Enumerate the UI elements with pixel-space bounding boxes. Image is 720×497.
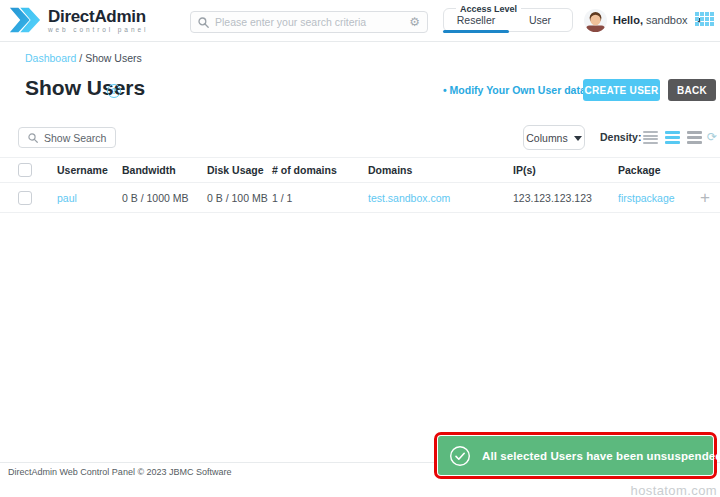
breadcrumb-dashboard[interactable]: Dashboard xyxy=(25,52,76,64)
success-toast: All selected Users have been unsuspended… xyxy=(438,436,713,475)
col-username[interactable]: Username xyxy=(57,164,122,176)
col-disk-usage[interactable]: Disk Usage xyxy=(207,164,272,176)
show-search-label: Show Search xyxy=(44,132,106,144)
directadmin-logo-icon xyxy=(8,5,42,35)
chevron-down-icon xyxy=(574,136,582,141)
user-menu[interactable]: Hello, sandbox xyxy=(613,14,703,26)
greeting-hello: Hello, xyxy=(613,14,643,26)
logo-text: DirectAdmin web control panel xyxy=(48,8,148,33)
cell-username[interactable]: paul xyxy=(57,192,122,204)
table-row: paul 0 B / 1000 MB 0 B / 100 MB 1 / 1 te… xyxy=(0,183,720,213)
logo-title: DirectAdmin xyxy=(48,8,148,26)
directadmin-logo[interactable]: DirectAdmin web control panel xyxy=(8,5,148,35)
col-package[interactable]: Package xyxy=(618,164,692,176)
breadcrumb-current: Show Users xyxy=(85,52,142,64)
footer-copyright: DirectAdmin Web Control Panel © 2023 JBM… xyxy=(8,467,232,477)
cell-disk-usage: 0 B / 100 MB xyxy=(207,192,272,204)
search-settings-gear-icon[interactable]: ⚙ xyxy=(409,16,420,28)
global-search: ⚙ xyxy=(190,11,428,33)
watermark: hostatom.com xyxy=(631,483,717,497)
check-circle-icon xyxy=(449,445,471,467)
logo-subtitle: web control panel xyxy=(48,26,148,33)
density-compact-icon[interactable] xyxy=(643,131,658,144)
col-domains[interactable]: Domains xyxy=(368,164,513,176)
search-icon xyxy=(28,133,38,143)
breadcrumb: Dashboard / Show Users xyxy=(25,52,142,64)
density-label: Density: xyxy=(600,131,641,143)
cell-domains[interactable]: test.sandbox.com xyxy=(368,192,513,204)
select-all-checkbox[interactable] xyxy=(18,163,32,177)
search-input[interactable] xyxy=(215,16,409,28)
page-title: Show Users xyxy=(25,76,145,100)
create-user-button[interactable]: CREATE USER xyxy=(583,79,660,101)
access-level-label: Access Level xyxy=(456,4,521,14)
columns-label: Columns xyxy=(526,132,567,144)
col-bandwidth[interactable]: Bandwidth xyxy=(122,164,207,176)
users-table: Username Bandwidth Disk Usage # of domai… xyxy=(0,157,720,213)
top-header: DirectAdmin web control panel ⚙ Access L… xyxy=(0,0,720,42)
row-expand-plus-icon[interactable]: + xyxy=(700,190,710,206)
col-ips[interactable]: IP(s) xyxy=(513,164,618,176)
row-checkbox[interactable] xyxy=(18,191,32,205)
show-search-button[interactable]: Show Search xyxy=(18,127,116,148)
refresh-icon[interactable]: ⟳ xyxy=(707,130,717,144)
modify-own-user-link[interactable]: • Modify Your Own User data xyxy=(443,84,575,96)
density-normal-icon[interactable] xyxy=(665,131,680,144)
cell-bandwidth: 0 B / 1000 MB xyxy=(122,192,207,204)
breadcrumb-separator: / xyxy=(79,52,82,64)
apps-grid-icon[interactable] xyxy=(695,12,714,26)
table-header-row: Username Bandwidth Disk Usage # of domai… xyxy=(0,157,720,183)
cell-ips: 123.123.123.123 xyxy=(513,192,618,204)
search-icon xyxy=(198,17,209,28)
back-button[interactable]: BACK xyxy=(668,79,716,101)
help-icon[interactable]: ? xyxy=(107,84,121,98)
page: DirectAdmin web control panel ⚙ Access L… xyxy=(0,0,720,497)
density-comfortable-icon[interactable] xyxy=(687,131,702,144)
avatar[interactable] xyxy=(584,9,607,32)
active-tab-indicator xyxy=(443,30,509,33)
col-num-domains[interactable]: # of domains xyxy=(272,164,368,176)
greeting-username: sandbox xyxy=(646,14,688,26)
columns-dropdown[interactable]: Columns xyxy=(523,125,585,150)
annotation-highlight-box: All selected Users have been unsuspended… xyxy=(434,432,717,479)
cell-num-domains: 1 / 1 xyxy=(272,192,368,204)
cell-package[interactable]: firstpackage xyxy=(618,192,692,204)
toast-message: All selected Users have been unsuspended xyxy=(482,450,720,462)
access-level-switch: Access Level Reseller User xyxy=(443,8,573,32)
